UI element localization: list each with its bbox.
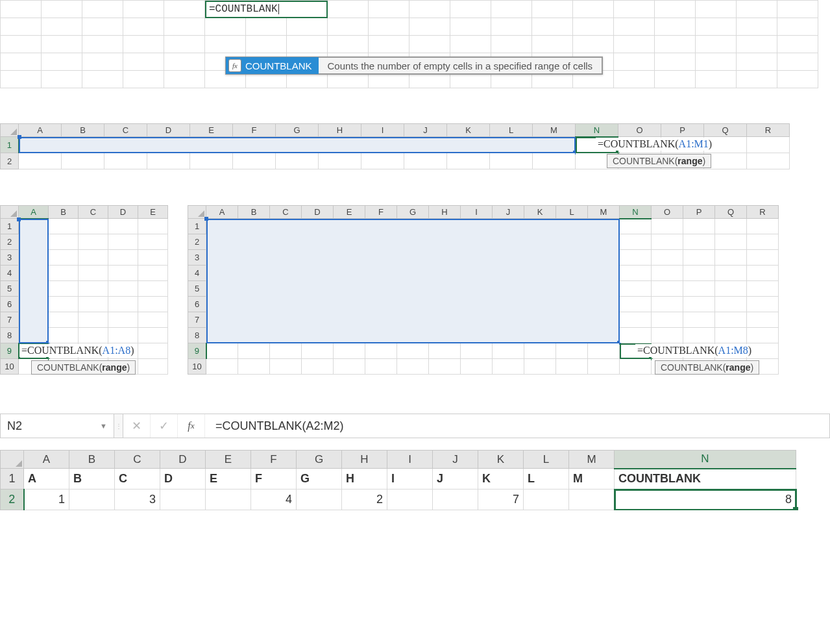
col-header[interactable]: C — [115, 451, 160, 469]
formula-editing-overlay[interactable]: =COUNTBLANK(A1:A8) — [19, 344, 136, 357]
cell[interactable] — [387, 489, 433, 510]
col-header[interactable]: E — [138, 206, 168, 219]
cell[interactable]: 1 — [24, 489, 69, 510]
col-header[interactable]: C — [104, 124, 147, 137]
col-header[interactable]: E — [206, 451, 251, 469]
col-header[interactable]: D — [160, 451, 206, 469]
cell[interactable]: I — [387, 469, 433, 489]
col-header[interactable]: L — [524, 451, 569, 469]
row-header[interactable]: 5 — [188, 281, 206, 297]
selected-range[interactable] — [19, 219, 49, 343]
row-header[interactable]: 1 — [1, 469, 24, 489]
col-header[interactable]: G — [297, 451, 342, 469]
row-header[interactable]: 4 — [1, 266, 19, 281]
cell[interactable]: J — [433, 469, 478, 489]
col-header[interactable]: E — [190, 124, 233, 137]
row-header[interactable]: 8 — [188, 328, 206, 343]
row-header[interactable]: 2 — [1, 153, 19, 169]
col-header[interactable]: I — [461, 206, 493, 219]
col-header[interactable]: H — [429, 206, 461, 219]
col-header[interactable]: C — [79, 206, 108, 219]
cell[interactable]: F — [251, 469, 297, 489]
col-header[interactable]: F — [251, 451, 297, 469]
grid-1[interactable]: =COUNTBLANK — [0, 0, 818, 88]
row-header[interactable]: 7 — [188, 312, 206, 328]
col-header[interactable]: M — [588, 206, 620, 219]
col-header[interactable]: R — [747, 206, 779, 219]
col-header[interactable]: F — [233, 124, 276, 137]
row-header[interactable]: 3 — [1, 250, 19, 266]
cell[interactable]: C — [115, 469, 160, 489]
col-header[interactable]: B — [49, 206, 79, 219]
col-header[interactable]: F — [365, 206, 397, 219]
cell[interactable] — [524, 489, 569, 510]
autocomplete-item[interactable]: fx COUNTBLANK — [226, 57, 319, 74]
col-header[interactable]: K — [524, 206, 556, 219]
row-header[interactable]: 9 — [188, 343, 206, 359]
formula-editing-overlay[interactable]: =COUNTBLANK(A1:M8) — [635, 344, 753, 357]
cell[interactable]: L — [524, 469, 569, 489]
col-header[interactable]: H — [342, 451, 387, 469]
col-header[interactable]: E — [334, 206, 365, 219]
cell[interactable]: E — [206, 469, 251, 489]
col-header[interactable]: I — [361, 124, 404, 137]
cell[interactable]: 2 — [342, 489, 387, 510]
col-header[interactable]: O — [618, 124, 661, 137]
col-header[interactable]: Q — [715, 206, 747, 219]
col-header[interactable]: B — [238, 206, 270, 219]
select-all-corner[interactable] — [1, 124, 19, 137]
formula-editing-overlay[interactable]: =COUNTBLANK(A1:M1) — [596, 138, 714, 151]
row-header[interactable]: 10 — [188, 359, 206, 375]
cell[interactable]: A — [24, 469, 69, 489]
row-header[interactable]: 6 — [1, 297, 19, 312]
col-header[interactable]: P — [683, 206, 715, 219]
cell[interactable]: 3 — [115, 489, 160, 510]
chevron-down-icon[interactable]: ▼ — [100, 422, 107, 430]
col-header[interactable]: L — [490, 124, 533, 137]
col-header[interactable]: N — [615, 451, 796, 469]
col-header[interactable]: O — [652, 206, 683, 219]
row-header[interactable]: 4 — [188, 266, 206, 281]
row-header[interactable]: 6 — [188, 297, 206, 312]
row-header[interactable]: 7 — [1, 312, 19, 328]
cell[interactable] — [569, 489, 615, 510]
cancel-button[interactable]: ✕ — [123, 414, 151, 438]
active-cell[interactable]: 8 — [615, 489, 796, 510]
col-header[interactable]: D — [302, 206, 334, 219]
col-header[interactable]: R — [747, 124, 790, 137]
select-all-corner[interactable] — [1, 451, 24, 469]
col-header[interactable]: N — [620, 206, 652, 219]
row-header[interactable]: 2 — [1, 489, 24, 510]
row-header[interactable]: 3 — [188, 250, 206, 266]
col-header[interactable]: I — [387, 451, 433, 469]
col-header[interactable]: H — [319, 124, 361, 137]
editing-cell[interactable]: =COUNTBLANK — [205, 1, 328, 18]
cell[interactable]: G — [297, 469, 342, 489]
name-box[interactable]: N2 ▼ — [1, 414, 114, 438]
col-header[interactable]: A — [19, 206, 49, 219]
col-header[interactable]: J — [493, 206, 524, 219]
cell[interactable]: B — [69, 469, 115, 489]
row-header[interactable]: 8 — [1, 328, 19, 343]
select-all-corner[interactable] — [1, 206, 19, 219]
cell[interactable] — [433, 489, 478, 510]
col-header[interactable]: A — [206, 206, 238, 219]
cell[interactable]: M — [569, 469, 615, 489]
cell[interactable] — [69, 489, 115, 510]
formula-autocomplete-popup[interactable]: fx COUNTBLANK Counts the number of empty… — [225, 56, 603, 75]
col-header[interactable]: C — [270, 206, 302, 219]
row-header[interactable]: 1 — [1, 137, 19, 153]
row-header[interactable]: 1 — [188, 219, 206, 234]
col-header[interactable]: J — [433, 451, 478, 469]
grid-5[interactable]: A B C D E F G H I J K L M N 1 A B C D E … — [0, 450, 796, 510]
col-header[interactable]: G — [397, 206, 429, 219]
row-header[interactable]: 5 — [1, 281, 19, 297]
col-header[interactable]: N — [576, 124, 618, 137]
col-header[interactable]: K — [478, 451, 524, 469]
col-header[interactable]: M — [569, 451, 615, 469]
col-header[interactable]: B — [69, 451, 115, 469]
cell[interactable]: D — [160, 469, 206, 489]
row-header[interactable]: 2 — [1, 234, 19, 250]
col-header[interactable]: B — [62, 124, 104, 137]
col-header[interactable]: Q — [704, 124, 747, 137]
